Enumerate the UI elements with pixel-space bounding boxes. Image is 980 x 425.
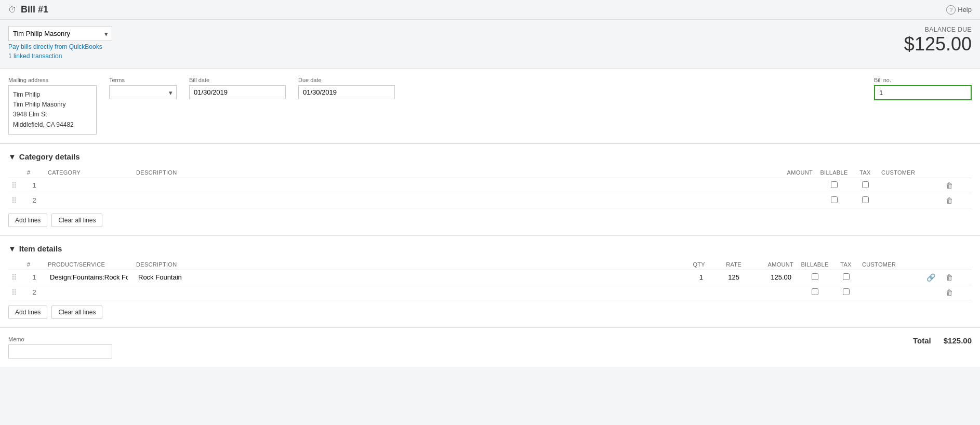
description-cell[interactable] bbox=[133, 285, 677, 300]
row-num: 2 bbox=[24, 193, 45, 208]
amount-cell[interactable] bbox=[764, 178, 816, 193]
bill-no-group: Bill no. bbox=[874, 77, 972, 100]
billable-checkbox[interactable] bbox=[831, 181, 838, 188]
item-col-desc-header: DESCRIPTION bbox=[133, 259, 677, 270]
billable-checkbox[interactable] bbox=[812, 273, 818, 280]
drag-handle[interactable]: ⠿ bbox=[8, 193, 24, 208]
memo-input[interactable] bbox=[8, 344, 112, 358]
table-row: ⠿ 1 🗑 bbox=[8, 178, 972, 193]
customer-input[interactable] bbox=[881, 180, 937, 190]
item-add-lines-button[interactable]: Add lines bbox=[8, 306, 47, 319]
total-row: Total $125.00 bbox=[913, 336, 972, 345]
item-col-qty-header: QTY bbox=[677, 259, 708, 270]
billable-cell[interactable] bbox=[816, 193, 852, 208]
delete-row-button[interactable]: 🗑 bbox=[944, 287, 955, 298]
customer-input[interactable] bbox=[862, 287, 918, 297]
billable-cell[interactable] bbox=[797, 285, 833, 300]
amount-input[interactable] bbox=[767, 195, 813, 205]
description-input[interactable] bbox=[136, 195, 761, 205]
category-cell[interactable] bbox=[45, 178, 133, 193]
category-input[interactable] bbox=[48, 180, 130, 190]
bill-title: Bill #1 bbox=[21, 4, 48, 15]
link-button[interactable]: 🔗 bbox=[924, 272, 937, 283]
drag-handle[interactable]: ⠿ bbox=[8, 178, 24, 193]
tax-cell[interactable] bbox=[852, 193, 878, 208]
description-cell[interactable] bbox=[133, 178, 764, 193]
qty-input[interactable] bbox=[680, 287, 705, 297]
tax-cell[interactable] bbox=[852, 178, 878, 193]
category-add-lines-button[interactable]: Add lines bbox=[8, 214, 47, 227]
category-clear-all-lines-button[interactable]: Clear all lines bbox=[51, 214, 102, 227]
category-details-header[interactable]: ▼ Category details bbox=[8, 152, 972, 161]
category-input[interactable] bbox=[48, 195, 130, 205]
product-input[interactable] bbox=[48, 287, 130, 297]
billable-cell[interactable] bbox=[797, 270, 833, 285]
category-details-section: ▼ Category details # CATEGORY DESCRIPTIO… bbox=[0, 143, 980, 235]
customer-cell[interactable] bbox=[878, 193, 941, 208]
tax-checkbox[interactable] bbox=[843, 288, 850, 295]
link-cell: 🔗 bbox=[921, 270, 941, 285]
bill-no-input[interactable] bbox=[874, 85, 972, 100]
drag-handle[interactable]: ⠿ bbox=[8, 270, 24, 285]
customer-cell[interactable] bbox=[859, 270, 921, 285]
description-cell[interactable] bbox=[133, 270, 677, 285]
amount-cell[interactable] bbox=[745, 270, 797, 285]
tax-cell[interactable] bbox=[833, 270, 859, 285]
description-cell[interactable] bbox=[133, 193, 764, 208]
qty-input[interactable] bbox=[680, 272, 705, 282]
terms-select[interactable] bbox=[109, 85, 177, 99]
description-input[interactable] bbox=[136, 180, 761, 190]
product-cell[interactable] bbox=[45, 285, 133, 300]
billable-cell[interactable] bbox=[816, 178, 852, 193]
rate-cell[interactable] bbox=[708, 285, 745, 300]
amount-input[interactable] bbox=[748, 287, 793, 297]
pay-bills-link[interactable]: Pay bills directly from QuickBooks bbox=[8, 43, 112, 50]
memo-group: Memo bbox=[8, 336, 112, 358]
product-input[interactable] bbox=[48, 272, 130, 282]
rate-input[interactable] bbox=[711, 272, 741, 282]
rate-input[interactable] bbox=[711, 287, 741, 297]
mailing-address-box: Tim Philip Tim Philip Masonry 3948 Elm S… bbox=[8, 85, 97, 135]
item-details-table: # PRODUCT/SERVICE DESCRIPTION QTY RATE A… bbox=[8, 259, 972, 300]
amount-cell[interactable] bbox=[764, 193, 816, 208]
customer-cell[interactable] bbox=[859, 285, 921, 300]
rate-cell[interactable] bbox=[708, 270, 745, 285]
memo-label: Memo bbox=[8, 336, 112, 342]
tax-checkbox[interactable] bbox=[862, 181, 869, 188]
due-date-input[interactable] bbox=[298, 85, 395, 99]
billable-checkbox[interactable] bbox=[812, 288, 818, 295]
description-input[interactable] bbox=[136, 287, 674, 297]
item-col-tax-header: TAX bbox=[833, 259, 859, 270]
drag-handle[interactable]: ⠿ bbox=[8, 285, 24, 300]
billable-checkbox[interactable] bbox=[831, 196, 838, 203]
qty-cell[interactable] bbox=[677, 285, 708, 300]
delete-row-button[interactable]: 🗑 bbox=[944, 195, 955, 206]
item-details-header[interactable]: ▼ Item details bbox=[8, 244, 972, 253]
tax-cell[interactable] bbox=[833, 285, 859, 300]
delete-row-button[interactable]: 🗑 bbox=[944, 272, 955, 283]
help-button[interactable]: ? Help bbox=[946, 5, 972, 15]
item-clear-all-lines-button[interactable]: Clear all lines bbox=[51, 306, 102, 319]
amount-input[interactable] bbox=[748, 272, 793, 282]
bill-date-label: Bill date bbox=[189, 77, 286, 83]
linked-transaction[interactable]: 1 linked transaction bbox=[8, 52, 112, 60]
amount-input[interactable] bbox=[767, 180, 813, 190]
customer-input[interactable] bbox=[881, 195, 937, 205]
product-cell[interactable] bbox=[45, 270, 133, 285]
delete-cell: 🗑 bbox=[941, 193, 972, 208]
customer-input[interactable] bbox=[862, 272, 918, 282]
description-input[interactable] bbox=[136, 272, 674, 282]
col-amount-header: AMOUNT bbox=[764, 167, 816, 178]
qty-cell[interactable] bbox=[677, 270, 708, 285]
tax-checkbox[interactable] bbox=[843, 273, 850, 280]
vendor-select[interactable]: Tim Philip Masonry bbox=[8, 26, 112, 41]
footer-section: Memo Total $125.00 bbox=[0, 327, 980, 367]
delete-cell: 🗑 bbox=[941, 270, 972, 285]
bill-date-input[interactable] bbox=[189, 85, 286, 99]
item-col-customer-header: CUSTOMER bbox=[859, 259, 921, 270]
customer-cell[interactable] bbox=[878, 178, 941, 193]
delete-row-button[interactable]: 🗑 bbox=[944, 180, 955, 191]
tax-checkbox[interactable] bbox=[862, 196, 869, 203]
category-cell[interactable] bbox=[45, 193, 133, 208]
amount-cell[interactable] bbox=[745, 285, 797, 300]
